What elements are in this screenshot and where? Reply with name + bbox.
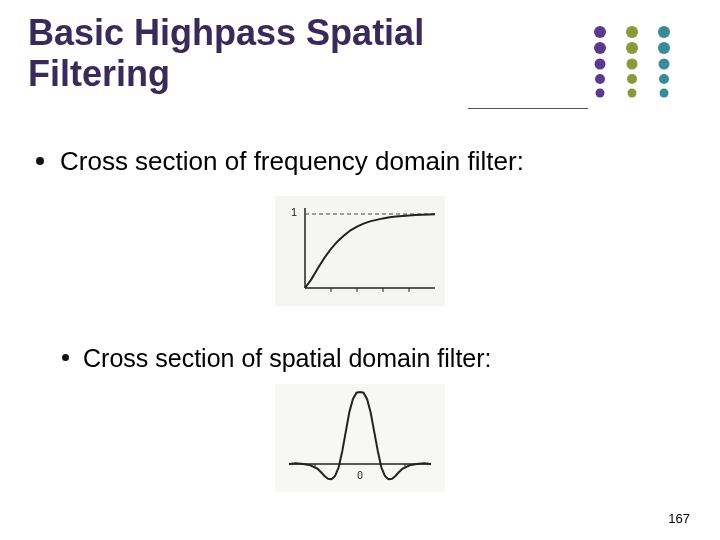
svg-point-12: [659, 59, 670, 70]
decorative-dots-icon: [572, 22, 692, 108]
slide-title: Basic Highpass Spatial Filtering: [28, 12, 458, 95]
bullet-dot-icon: [62, 354, 69, 361]
svg-point-4: [596, 89, 605, 98]
svg-point-10: [658, 26, 670, 38]
bullet-item-frequency: Cross section of frequency domain filter…: [36, 146, 524, 177]
chart1-ylabel-1: 1: [291, 206, 297, 218]
svg-point-9: [628, 89, 637, 98]
svg-point-1: [594, 42, 606, 54]
svg-point-2: [595, 59, 606, 70]
bullet-text: Cross section of frequency domain filter…: [60, 146, 524, 177]
svg-point-14: [660, 89, 669, 98]
page-number: 167: [668, 511, 690, 526]
svg-point-0: [594, 26, 606, 38]
bullet-text: Cross section of spatial domain filter:: [83, 344, 492, 373]
chart-frequency-domain: 1: [275, 196, 445, 306]
svg-point-11: [658, 42, 670, 54]
svg-point-5: [626, 26, 638, 38]
svg-point-6: [626, 42, 638, 54]
svg-point-13: [659, 74, 669, 84]
svg-point-7: [627, 59, 638, 70]
svg-point-8: [627, 74, 637, 84]
slide: Basic Highpass Spatial Filtering Cro: [0, 0, 720, 540]
svg-rect-15: [275, 196, 445, 306]
chart2-center-label: 0: [357, 470, 363, 481]
bullet-item-spatial: Cross section of spatial domain filter:: [62, 344, 492, 373]
svg-point-3: [595, 74, 605, 84]
title-underline: [468, 108, 588, 109]
bullet-dot-icon: [36, 157, 44, 165]
chart-spatial-domain: 0: [275, 384, 445, 492]
